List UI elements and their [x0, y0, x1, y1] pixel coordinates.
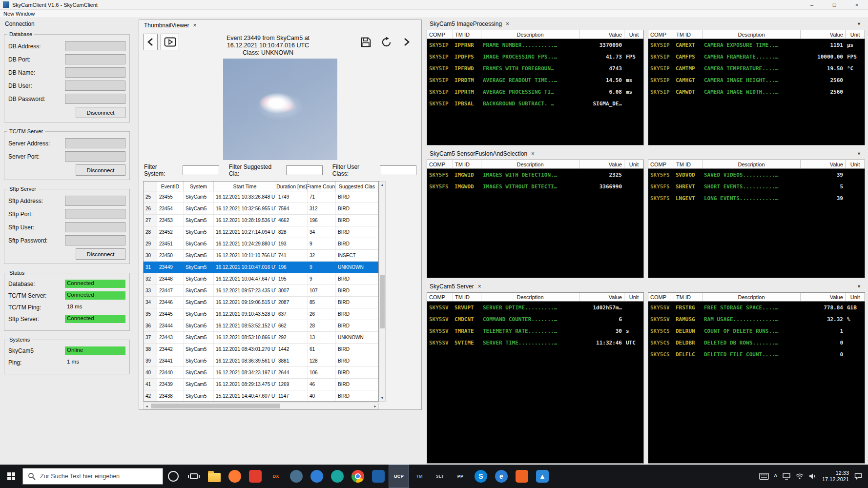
- horizontal-scroll-thumb[interactable]: [151, 404, 280, 408]
- event-row[interactable]: 3123449SkyCam516.12.2021 10:10:47.016 UT…: [144, 262, 378, 273]
- task-view-icon[interactable]: [184, 465, 204, 488]
- filter-suggested-class-input[interactable]: [286, 165, 323, 175]
- sftp-port-input[interactable]: [65, 209, 125, 219]
- column-header-start-time[interactable]: Start Time: [214, 182, 276, 191]
- event-row[interactable]: 3323447SkyCam516.12.2021 09:57:23.435 UT…: [144, 285, 378, 297]
- menu-new-window[interactable]: New Window: [3, 11, 35, 17]
- horizontal-scroll-track[interactable]: [150, 403, 372, 409]
- db-name-input[interactable]: [65, 67, 125, 78]
- skype-icon[interactable]: S: [471, 465, 491, 488]
- column-header-frame-count[interactable]: Frame Count: [308, 182, 336, 191]
- row-number: 27: [144, 215, 157, 226]
- browser-icon[interactable]: [348, 465, 368, 488]
- server-address-input[interactable]: [65, 138, 125, 148]
- app-icon-steelblue[interactable]: [286, 465, 307, 488]
- tm-icon[interactable]: TM: [409, 465, 430, 488]
- edge-icon[interactable]: e: [491, 465, 512, 488]
- dropdown-icon[interactable]: ▼: [857, 21, 861, 26]
- event-row[interactable]: 3523445SkyCam516.12.2021 09:10:43.528 UT…: [144, 308, 378, 320]
- close-icon[interactable]: ×: [531, 150, 535, 157]
- notification-center-icon[interactable]: [854, 473, 862, 480]
- horizontal-scrollbar[interactable]: ◄ ►: [143, 403, 379, 409]
- refresh-button[interactable]: [377, 34, 395, 50]
- firefox-icon[interactable]: [225, 465, 245, 488]
- sftp-user-input[interactable]: [65, 222, 125, 232]
- photos-icon[interactable]: ▲: [532, 465, 553, 488]
- event-row[interactable]: 2823452SkyCam516.12.2021 10:27:14.094 UT…: [144, 226, 378, 238]
- close-icon[interactable]: ×: [193, 22, 197, 29]
- sftp-disconnect-button[interactable]: Disconnect: [76, 248, 125, 260]
- pp-icon[interactable]: PP: [450, 465, 471, 488]
- event-row[interactable]: 4123439SkyCam516.12.2021 08:29:13.475 UT…: [144, 379, 378, 390]
- event-row[interactable]: 3723443SkyCam516.12.2021 08:53:10.866 UT…: [144, 332, 378, 344]
- cortana-icon[interactable]: [163, 465, 184, 488]
- app-icon-blue[interactable]: [307, 465, 327, 488]
- minimize-button[interactable]: –: [801, 0, 823, 9]
- close-button[interactable]: ×: [846, 0, 868, 9]
- db-disconnect-button[interactable]: Disconnect: [76, 107, 125, 118]
- app-icon-navy[interactable]: [368, 465, 389, 488]
- maximize-button[interactable]: □: [823, 0, 846, 9]
- previous-event-button[interactable]: [143, 34, 158, 50]
- sftp-password-input[interactable]: [65, 235, 125, 245]
- dx-icon[interactable]: DX: [266, 465, 286, 488]
- close-icon[interactable]: ×: [506, 20, 509, 27]
- slt-icon[interactable]: SLT: [430, 465, 450, 488]
- event-row[interactable]: 3423446SkyCam516.12.2021 09:19:06.515 UT…: [144, 297, 378, 308]
- event-row[interactable]: 3623444SkyCam516.12.2021 08:53:52.152 UT…: [144, 320, 378, 332]
- scroll-left-icon[interactable]: ◄: [144, 403, 150, 409]
- volume-icon[interactable]: [809, 473, 817, 480]
- vertical-scroll-thumb[interactable]: [380, 275, 385, 328]
- app-icon-teal[interactable]: [327, 465, 348, 488]
- scroll-up-icon[interactable]: ▲: [379, 182, 385, 188]
- db-port-input[interactable]: [65, 54, 125, 64]
- filter-system-input[interactable]: [183, 165, 219, 175]
- start-button[interactable]: [0, 465, 22, 488]
- column-header-system[interactable]: System: [184, 182, 214, 191]
- event-row[interactable]: 2523455SkyCam516.12.2021 10:33:26.848 UT…: [144, 191, 378, 203]
- save-button[interactable]: [357, 34, 374, 50]
- event-row[interactable]: 4023440SkyCam516.12.2021 08:34:23.197 UT…: [144, 367, 378, 379]
- vertical-scrollbar[interactable]: ▲ ▼: [379, 181, 386, 402]
- network-icon[interactable]: [796, 473, 804, 479]
- event-row[interactable]: 2923451SkyCam516.12.2021 10:24:29.880 UT…: [144, 238, 378, 250]
- event-row[interactable]: 2623454SkyCam516.12.2021 10:32:56.955 UT…: [144, 203, 378, 215]
- taskbar-clock[interactable]: 12:33 17.12.2021: [822, 470, 849, 483]
- taskbar-search-input[interactable]: Zur Suche Text hier eingeben: [22, 468, 163, 485]
- event-row[interactable]: 3823442SkyCam516.12.2021 08:43:01.270 UT…: [144, 344, 378, 355]
- dropdown-icon[interactable]: ▼: [857, 284, 861, 289]
- dropdown-icon[interactable]: ▼: [857, 151, 861, 156]
- server-port-input[interactable]: [65, 151, 125, 162]
- event-row[interactable]: 2723453SkyCam516.12.2021 10:28:19.536 UT…: [144, 215, 378, 226]
- event-row[interactable]: 3223448SkyCam516.12.2021 10:04:47.647 UT…: [144, 273, 378, 285]
- column-header-duration[interactable]: Duration [ms]: [276, 182, 308, 191]
- touch-keyboard-icon[interactable]: [759, 473, 769, 480]
- app-icon-orange[interactable]: [512, 465, 532, 488]
- event-row[interactable]: 3923441SkyCam516.12.2021 08:36:39.561 UT…: [144, 355, 378, 367]
- events-grid: EventIDSystemStart TimeDuration [ms]Fram…: [143, 181, 379, 402]
- cell-eventid: 23443: [157, 332, 184, 343]
- ucp-icon[interactable]: UCP: [389, 465, 409, 488]
- sftp-address-input[interactable]: [65, 196, 125, 206]
- column-header-eventid[interactable]: EventID: [157, 182, 184, 191]
- db-user-input[interactable]: [65, 81, 125, 91]
- display-icon[interactable]: [783, 473, 790, 480]
- db-password-input[interactable]: [65, 94, 125, 104]
- scroll-down-icon[interactable]: ▼: [379, 395, 385, 401]
- event-thumbnail-image[interactable]: [223, 59, 337, 160]
- hidden-icons-chevron[interactable]: ^: [774, 473, 777, 479]
- db-address-input[interactable]: [65, 41, 125, 51]
- cell-duration: 3881: [276, 355, 308, 366]
- play-button[interactable]: [161, 34, 179, 50]
- event-row[interactable]: 3023450SkyCam516.12.2021 10:11:10.766 UT…: [144, 250, 378, 262]
- event-row[interactable]: 4223438SkyCam515.12.2021 14:40:47.607 UT…: [144, 390, 378, 402]
- next-event-button[interactable]: [398, 34, 415, 50]
- close-icon[interactable]: ×: [478, 283, 481, 290]
- tctm-disconnect-button[interactable]: Disconnect: [76, 164, 125, 176]
- scroll-right-icon[interactable]: ►: [372, 403, 378, 409]
- vertical-scroll-track[interactable]: [379, 188, 385, 395]
- filter-user-class-input[interactable]: [380, 165, 416, 175]
- column-header-suggested-class[interactable]: Suggested Clas: [336, 182, 378, 191]
- app-icon-red[interactable]: [245, 465, 266, 488]
- file-explorer-icon[interactable]: [204, 465, 225, 488]
